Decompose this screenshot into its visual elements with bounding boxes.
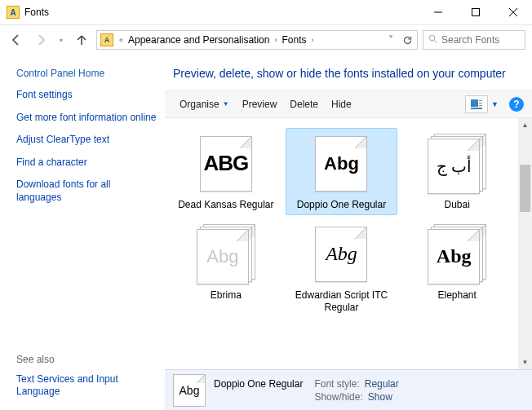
details-show-label: Show/hide: — [314, 391, 362, 403]
svg-rect-10 — [471, 108, 482, 109]
details-style-value: Regular — [365, 378, 399, 390]
font-item[interactable]: AbgEdwardian Script ITC Regular — [286, 218, 398, 318]
scroll-track[interactable] — [518, 132, 532, 355]
font-item-label: Dubai — [444, 199, 469, 211]
svg-line-5 — [435, 40, 437, 42]
font-preview-icon: Abg — [312, 134, 370, 194]
refresh-button[interactable] — [399, 35, 415, 46]
font-item-label: Edwardian Script ITC Regular — [290, 289, 394, 314]
sidebar-link-more-info[interactable]: Get more font information online — [16, 112, 157, 125]
help-button[interactable]: ? — [509, 97, 524, 112]
window-title: Fonts — [24, 7, 419, 18]
font-item-label: Doppio One Regular — [297, 199, 386, 211]
details-font-icon: Abg — [173, 374, 206, 407]
font-item[interactable]: AbgDoppio One Regular — [286, 128, 398, 215]
search-icon — [428, 34, 438, 46]
svg-rect-7 — [479, 100, 482, 101]
sidebar-heading[interactable]: Control Panel Home — [16, 68, 157, 79]
scroll-up-button[interactable]: ▲ — [518, 118, 532, 132]
preview-button[interactable]: Preview — [236, 95, 284, 113]
forward-button[interactable] — [31, 30, 51, 50]
sidebar-link-font-settings[interactable]: Font settings — [16, 89, 157, 102]
back-button[interactable] — [7, 30, 26, 50]
breadcrumb-seg2[interactable]: Fonts — [279, 34, 308, 46]
minimize-button[interactable] — [419, 0, 457, 24]
sidebar-link-find-char[interactable]: Find a character — [16, 157, 157, 170]
page-heading: Preview, delete, show or hide the fonts … — [165, 55, 532, 90]
chevron-right-icon[interactable]: › — [309, 36, 317, 44]
address-dropdown[interactable]: ˅ — [383, 34, 399, 46]
font-item[interactable]: AbgElephant — [401, 218, 513, 318]
fonts-folder-icon: A — [7, 6, 20, 19]
font-item[interactable]: ABGDead Kansas Regular — [170, 128, 282, 215]
font-preview-icon: Abg — [428, 224, 486, 284]
scrollbar[interactable]: ▲ ▼ — [518, 118, 532, 369]
navbar: ▾ A « Appearance and Personalisation › F… — [0, 25, 532, 55]
history-dropdown[interactable]: ▾ — [55, 30, 67, 50]
svg-point-4 — [429, 35, 435, 41]
fonts-folder-icon: A — [100, 33, 113, 46]
details-style-label: Font style: — [314, 378, 359, 390]
font-item-label: Elephant — [437, 289, 476, 302]
font-preview-icon: أب ج — [428, 134, 486, 194]
delete-button[interactable]: Delete — [283, 95, 325, 113]
font-item[interactable]: أب جDubai — [401, 128, 513, 215]
details-pane: Abg Doppio One Regular Font style: Regul… — [165, 369, 532, 410]
font-grid: ABGDead Kansas RegularAbgDoppio One Regu… — [165, 118, 518, 369]
sidebar: Control Panel Home Font settings Get mor… — [0, 55, 165, 410]
font-preview-icon: ABG — [197, 134, 255, 194]
sidebar-link-download-fonts[interactable]: Download fonts for all languages — [16, 179, 157, 204]
up-button[interactable] — [72, 30, 91, 50]
search-input[interactable]: Search Fonts — [423, 30, 525, 50]
sidebar-link-text-services[interactable]: Text Services and Input Language — [16, 373, 157, 399]
see-also-heading: See also — [16, 354, 157, 365]
main-panel: Preview, delete, show or hide the fonts … — [165, 55, 532, 410]
details-font-name: Doppio One Regular — [214, 378, 303, 390]
maximize-button[interactable] — [457, 0, 494, 24]
titlebar: A Fonts — [0, 0, 532, 25]
svg-rect-6 — [471, 99, 478, 107]
view-mode-dropdown[interactable]: ▼ — [491, 100, 504, 108]
sidebar-link-cleartype[interactable]: Adjust ClearType text — [16, 134, 157, 147]
font-preview-icon: Abg — [197, 224, 255, 284]
address-bar[interactable]: A « Appearance and Personalisation › Fon… — [96, 30, 418, 50]
scroll-down-button[interactable]: ▼ — [518, 355, 532, 369]
svg-rect-1 — [472, 9, 480, 16]
details-show-value: Show — [368, 391, 392, 403]
font-item-label: Ebrima — [211, 289, 242, 302]
font-item-label: Dead Kansas Regular — [178, 199, 273, 211]
hide-button[interactable]: Hide — [325, 95, 358, 113]
svg-rect-9 — [479, 105, 482, 106]
close-button[interactable] — [494, 0, 532, 24]
scroll-thumb[interactable] — [520, 165, 530, 212]
view-mode-button[interactable] — [465, 95, 488, 113]
font-item[interactable]: AbgEbrima — [170, 218, 282, 318]
toolbar: Organise▼ Preview Delete Hide ▼ ? — [165, 90, 532, 118]
chevron-left-icon[interactable]: « — [117, 36, 126, 44]
font-preview-icon: Abg — [312, 224, 370, 284]
organise-button[interactable]: Organise▼ — [173, 95, 236, 113]
svg-rect-8 — [479, 103, 482, 104]
breadcrumb-seg1[interactable]: Appearance and Personalisation — [126, 34, 272, 46]
chevron-right-icon[interactable]: › — [272, 36, 279, 44]
search-placeholder: Search Fonts — [441, 34, 499, 46]
